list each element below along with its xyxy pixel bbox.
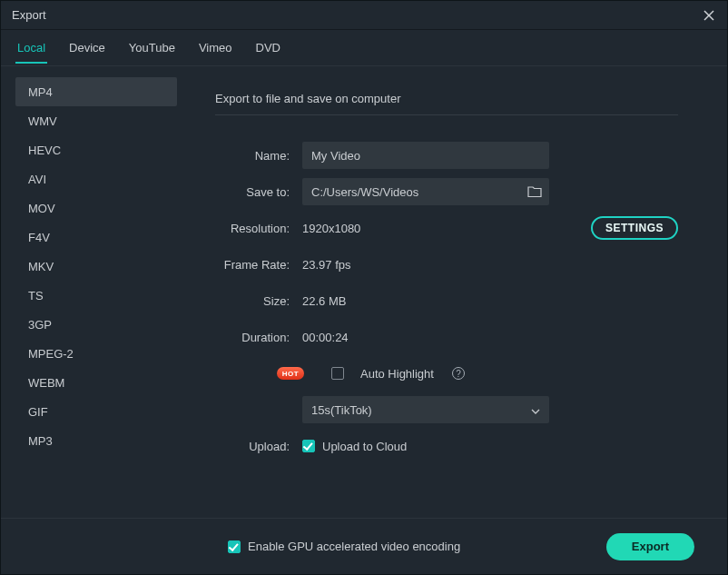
sidebar-item-ts[interactable]: TS [15,281,177,310]
saveto-wrap [302,178,549,205]
gpu-label: Enable GPU accelerated video encoding [248,540,460,553]
window-title: Export [12,8,46,22]
export-button[interactable]: Export [606,533,694,560]
sidebar-item-avi[interactable]: AVI [15,164,177,193]
export-window: Export Local Device YouTube Vimeo DVD MP… [0,0,728,575]
export-tabs: Local Device YouTube Vimeo DVD [1,30,727,66]
upload-cloud-label: Upload to Cloud [322,440,407,453]
preset-select-value: 15s(TikTok) [311,403,372,417]
row-preset: 15s(TikTok) [215,392,678,428]
auto-highlight-label: Auto Highlight [360,367,434,381]
footer: Enable GPU accelerated video encoding Ex… [1,518,727,574]
sidebar-item-mpeg2[interactable]: MPEG-2 [15,339,177,368]
close-icon[interactable] [702,8,716,23]
sidebar-item-hevc[interactable]: HEVC [15,135,177,164]
upload-label: Upload: [215,440,302,453]
size-value: 22.6 MB [302,294,346,308]
row-saveto: Save to: [215,173,678,210]
auto-highlight-checkbox[interactable] [331,367,344,380]
sidebar-item-mp3[interactable]: MP3 [15,426,177,455]
export-main: Export to file and save on computer Name… [182,66,727,518]
sidebar-item-webm[interactable]: WEBM [15,368,177,397]
preset-select[interactable]: 15s(TikTok) [302,396,549,423]
folder-icon[interactable] [527,185,542,198]
duration-label: Duration: [215,331,302,344]
titlebar: Export [1,1,727,30]
sidebar-item-3gp[interactable]: 3GP [15,310,177,339]
name-label: Name: [215,149,302,163]
saveto-input[interactable] [302,178,549,205]
size-label: Size: [215,294,302,308]
row-upload: Upload: Upload to Cloud [215,428,678,464]
framerate-label: Frame Rate: [215,258,302,272]
sidebar-item-wmv[interactable]: WMV [15,106,177,135]
tab-local[interactable]: Local [15,32,47,64]
sidebar-item-mp4[interactable]: MP4 [15,77,177,106]
name-input[interactable] [302,142,549,169]
row-size: Size: 22.6 MB [215,283,678,319]
tab-youtube[interactable]: YouTube [127,32,177,64]
format-sidebar: MP4 WMV HEVC AVI MOV F4V MKV TS 3GP MPEG… [1,66,182,518]
gpu-checkbox[interactable] [228,540,241,553]
row-name: Name: [215,137,678,173]
hot-badge: HOT [277,367,304,380]
upload-cloud-checkbox[interactable] [302,440,315,452]
tab-device[interactable]: Device [67,32,107,64]
export-body: MP4 WMV HEVC AVI MOV F4V MKV TS 3GP MPEG… [1,66,727,518]
sidebar-item-mkv[interactable]: MKV [15,252,177,281]
tab-vimeo[interactable]: Vimeo [197,32,234,64]
saveto-label: Save to: [215,185,302,199]
row-duration: Duration: 00:00:24 [215,319,678,355]
row-framerate: Frame Rate: 23.97 fps [215,246,678,283]
sidebar-item-gif[interactable]: GIF [15,397,177,426]
footer-left: Enable GPU accelerated video encoding [228,540,460,553]
chevron-down-icon [531,403,540,417]
help-icon[interactable]: ? [452,367,465,380]
resolution-label: Resolution: [215,222,302,235]
sidebar-item-mov[interactable]: MOV [15,193,177,223]
row-resolution: Resolution: 1920x1080 SETTINGS [215,210,678,246]
settings-button[interactable]: SETTINGS [591,216,678,240]
duration-value: 00:00:24 [302,331,349,344]
framerate-value: 23.97 fps [302,258,351,272]
resolution-value: 1920x1080 [302,222,360,235]
main-heading: Export to file and save on computer [215,92,678,115]
sidebar-item-f4v[interactable]: F4V [15,223,177,252]
tab-dvd[interactable]: DVD [254,32,282,64]
row-auto-highlight: HOT Auto Highlight ? [215,355,678,392]
